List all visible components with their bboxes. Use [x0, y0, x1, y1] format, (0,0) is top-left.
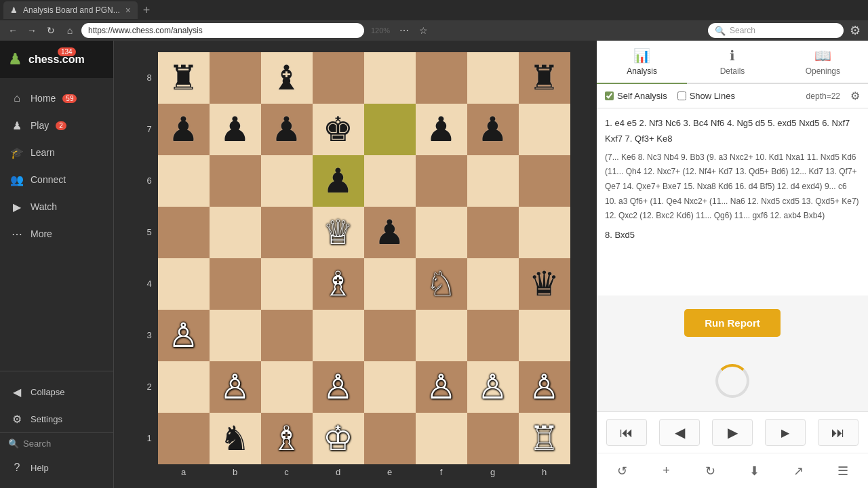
home-btn[interactable]: ⌂	[62, 23, 77, 38]
cell-b5[interactable]	[210, 207, 261, 258]
cell-d2[interactable]: ♙	[313, 361, 364, 413]
chess-board[interactable]: ♜♝♜♟♟♟♚♟♟♟♕♟♗♘♛♙♙♙♙♙♙♞♗♔♖	[158, 52, 570, 464]
sidebar-item-help[interactable]: ? Help	[0, 454, 113, 481]
browser-search-bar[interactable]: 🔍 Search	[708, 23, 844, 38]
menu-btn[interactable]: ⋯	[397, 23, 412, 38]
cell-e5[interactable]: ♟	[364, 207, 416, 258]
cell-d5[interactable]: ♕	[313, 207, 364, 258]
tab-close-btn[interactable]: ×	[125, 5, 131, 16]
sidebar-item-collapse[interactable]: ◀ Collapse	[0, 378, 113, 405]
cell-c1[interactable]: ♗	[261, 413, 313, 464]
self-analysis-input[interactable]	[605, 92, 614, 100]
sidebar-item-watch[interactable]: ▶ Watch	[0, 193, 113, 220]
cell-a7[interactable]: ♟	[158, 104, 210, 155]
cell-f2[interactable]: ♙	[416, 361, 467, 413]
cell-g2[interactable]: ♙	[467, 361, 519, 413]
redo-btn[interactable]: ↻	[698, 459, 722, 483]
cell-f5[interactable]	[416, 207, 467, 258]
cell-g7[interactable]: ♟	[467, 104, 519, 155]
self-analysis-checkbox[interactable]: Self Analysis	[605, 91, 667, 101]
share-btn[interactable]: ↗	[787, 459, 810, 483]
cell-h7[interactable]	[519, 104, 570, 155]
sidebar-item-play[interactable]: ♟ Play 2	[0, 112, 113, 139]
cell-e2[interactable]	[364, 361, 416, 413]
prev-move-btn[interactable]: ◀	[659, 419, 700, 446]
play-btn[interactable]: ▶	[712, 419, 753, 446]
cell-c5[interactable]	[261, 207, 313, 258]
cell-c7[interactable]: ♟	[261, 104, 313, 155]
cell-g3[interactable]	[467, 310, 519, 361]
cell-a2[interactable]	[158, 361, 210, 413]
cell-h3[interactable]	[519, 310, 570, 361]
cell-e6[interactable]	[364, 155, 416, 207]
cell-b2[interactable]: ♙	[210, 361, 261, 413]
cell-d4[interactable]: ♗	[313, 258, 364, 310]
cell-d1[interactable]: ♔	[313, 413, 364, 464]
bookmark-btn[interactable]: ☆	[416, 23, 431, 38]
extensions-btn[interactable]: ⚙	[848, 23, 863, 38]
back-btn[interactable]: ←	[5, 23, 20, 38]
cell-h8[interactable]: ♜	[519, 52, 570, 104]
refresh-btn[interactable]: ↻	[43, 23, 58, 38]
first-move-btn[interactable]: ⏮	[606, 419, 647, 446]
cell-f6[interactable]	[416, 155, 467, 207]
address-bar[interactable]: https://www.chess.com/analysis	[81, 23, 364, 38]
tab-analysis[interactable]: 📊 Analysis	[597, 41, 687, 84]
cell-g1[interactable]	[467, 413, 519, 464]
cell-a6[interactable]	[158, 155, 210, 207]
cell-h2[interactable]: ♙	[519, 361, 570, 413]
cell-h1[interactable]: ♖	[519, 413, 570, 464]
sidebar-item-home[interactable]: ⌂ Home 59	[0, 85, 113, 112]
cell-g5[interactable]	[467, 207, 519, 258]
cell-h5[interactable]	[519, 207, 570, 258]
cell-c8[interactable]: ♝	[261, 52, 313, 104]
cell-f4[interactable]: ♘	[416, 258, 467, 310]
add-btn[interactable]: +	[654, 459, 678, 483]
cell-c2[interactable]	[261, 361, 313, 413]
cell-e4[interactable]	[364, 258, 416, 310]
cell-f3[interactable]	[416, 310, 467, 361]
cell-a8[interactable]: ♜	[158, 52, 210, 104]
next-move-btn[interactable]: ▶	[765, 419, 806, 446]
sidebar-item-more[interactable]: ⋯ More	[0, 220, 113, 247]
cell-e8[interactable]	[364, 52, 416, 104]
cell-a4[interactable]	[158, 258, 210, 310]
cell-b3[interactable]	[210, 310, 261, 361]
tab-openings[interactable]: 📖 Openings	[778, 41, 868, 84]
cell-d6[interactable]: ♟	[313, 155, 364, 207]
cell-a3[interactable]: ♙	[158, 310, 210, 361]
cell-d8[interactable]	[313, 52, 364, 104]
cell-e3[interactable]	[364, 310, 416, 361]
cell-h6[interactable]	[519, 155, 570, 207]
forward-btn[interactable]: →	[24, 23, 39, 38]
new-tab-btn[interactable]: +	[138, 1, 155, 19]
cell-a5[interactable]	[158, 207, 210, 258]
show-lines-checkbox[interactable]: Show Lines	[677, 91, 735, 101]
cell-d7[interactable]: ♚	[313, 104, 364, 155]
tab-details[interactable]: ℹ Details	[687, 41, 777, 84]
cell-f1[interactable]	[416, 413, 467, 464]
sidebar-item-settings[interactable]: ⚙ Settings	[0, 405, 113, 432]
run-report-btn[interactable]: Run Report	[684, 309, 781, 337]
cell-c3[interactable]	[261, 310, 313, 361]
cell-f7[interactable]: ♟	[416, 104, 467, 155]
download-btn[interactable]: ⬇	[743, 459, 766, 483]
cell-b7[interactable]: ♟	[210, 104, 261, 155]
cell-b1[interactable]: ♞	[210, 413, 261, 464]
sidebar-item-connect[interactable]: 👥 Connect	[0, 166, 113, 193]
cell-b4[interactable]	[210, 258, 261, 310]
cell-b8[interactable]	[210, 52, 261, 104]
cell-b6[interactable]	[210, 155, 261, 207]
moves-area[interactable]: 1. e4 e5 2. Nf3 Nc6 3. Bc4 Nf6 4. Ng5 d5…	[597, 108, 868, 296]
cell-g6[interactable]	[467, 155, 519, 207]
cell-d3[interactable]	[313, 310, 364, 361]
flip-board-btn[interactable]: ↺	[610, 459, 634, 483]
menu-list-btn[interactable]: ☰	[831, 459, 854, 483]
cell-g8[interactable]	[467, 52, 519, 104]
panel-gear-icon[interactable]: ⚙	[850, 89, 860, 102]
cell-g4[interactable]	[467, 258, 519, 310]
cell-c4[interactable]	[261, 258, 313, 310]
cell-h4[interactable]: ♛	[519, 258, 570, 310]
show-lines-input[interactable]	[677, 92, 686, 100]
cell-e1[interactable]	[364, 413, 416, 464]
